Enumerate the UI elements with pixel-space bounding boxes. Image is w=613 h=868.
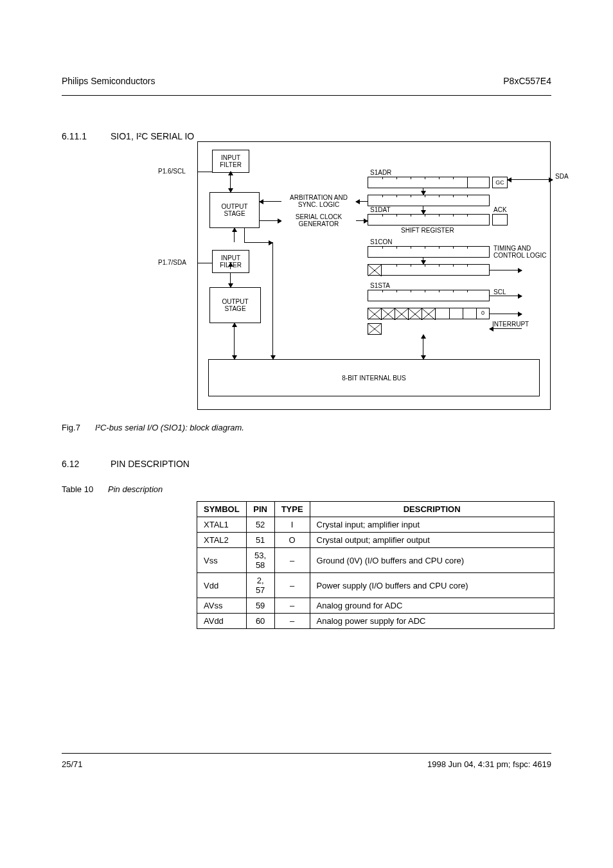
cell-type: –	[274, 573, 310, 598]
header-rule	[62, 95, 551, 96]
table-row: AVss 59 – Analog ground for ADC	[197, 598, 555, 614]
wire	[260, 220, 281, 221]
table-row: AVdd 60 – Analog power supply for ADC	[197, 614, 555, 629]
cell-pin: 59	[246, 598, 274, 614]
wire	[423, 335, 423, 359]
wire	[490, 296, 522, 296]
cell-desc: Analog power supply for ADC	[310, 614, 554, 629]
reg-s1dat	[368, 214, 490, 226]
section-title: SIO1, I²C SERIAL IO	[111, 131, 194, 141]
pins-section-title: PIN DESCRIPTION	[111, 459, 190, 469]
wire-sda	[508, 179, 553, 180]
cell-type: –	[274, 598, 310, 614]
reg-ack	[492, 214, 508, 226]
reg-control	[368, 264, 490, 276]
table-row: XTAL2 51 O Crystal output; amplifier out…	[197, 533, 555, 548]
cell-symbol: Vss	[197, 548, 247, 573]
cell-pin: 2, 57	[246, 573, 274, 598]
reg-name-s1dat: S1DAT	[370, 206, 391, 213]
cell-desc: Crystal input; amplifier input	[310, 517, 554, 533]
wire	[244, 242, 272, 243]
wire	[230, 173, 231, 192]
block-internal-bus: 8-BIT INTERNAL BUS	[208, 359, 540, 396]
wire	[260, 201, 281, 202]
block-input-filter-2: INPUT FILTER	[212, 250, 249, 273]
wire	[272, 242, 273, 359]
reg-name-s1con: S1CON	[370, 238, 392, 245]
table-caption-title: Pin description	[108, 484, 163, 494]
cell-symbol: XTAL1	[197, 517, 247, 533]
reg-name-s1sta: S1STA	[370, 282, 390, 289]
footer-page: 25/71	[62, 759, 83, 769]
figure-caption-title: I²C-bus serial I/O (SIO1): block diagram…	[95, 423, 244, 432]
wire	[234, 337, 235, 359]
reg-name-s1adr: S1ADR	[370, 169, 391, 176]
cell-symbol: AVdd	[197, 614, 247, 629]
footer-date: 1998 Jun 04, 4:31 pm; fspc: 4619	[427, 759, 551, 769]
wire	[423, 206, 423, 214]
label-ack: ACK	[493, 206, 507, 213]
col-symbol: SYMBOL	[197, 502, 247, 517]
wire	[490, 314, 522, 314]
reg-s1adr	[368, 177, 490, 188]
table-row: Vdd 2, 57 – Power supply (I/O buffers an…	[197, 573, 555, 598]
wire	[230, 263, 231, 269]
label-shift-register: SHIFT REGISTER	[401, 227, 454, 234]
cell-type: I	[274, 517, 310, 533]
cell-pin: 60	[246, 614, 274, 629]
wire	[356, 220, 368, 221]
col-description: DESCRIPTION	[310, 502, 554, 517]
label-arbitration: ARBITRATION AND SYNC. LOGIC	[281, 195, 356, 208]
label-scl-pin: P1.6/SCL	[158, 168, 186, 175]
block-output-stage-2: OUTPUT STAGE	[209, 287, 261, 323]
col-pin: PIN	[246, 502, 274, 517]
header-vendor: Philips Semiconductors	[62, 76, 155, 86]
figure-caption-number: Fig.7	[62, 423, 80, 432]
label-sda-pin: P1.7/SDA	[158, 259, 186, 266]
section-number: 6.11.1	[62, 131, 87, 141]
cell-desc: Ground (0V) (I/O buffers and CPU core)	[310, 548, 554, 573]
wire	[423, 188, 423, 195]
reg-status-extra	[368, 323, 382, 335]
label-clockgen: SERIAL CLOCK GENERATOR	[281, 214, 356, 227]
reg-s1sta-bits	[368, 290, 490, 301]
cell-desc: Crystal output; amplifier output	[310, 533, 554, 548]
pins-section-number: 6.12	[62, 459, 79, 469]
label-scl-out: SCL	[493, 288, 506, 296]
col-type: TYPE	[274, 502, 310, 517]
label-sda-out: SDA	[555, 173, 569, 180]
reg-status: 0	[368, 308, 490, 319]
pin-table: SYMBOL PIN TYPE DESCRIPTION XTAL1 52 I C…	[197, 501, 555, 629]
reg-status-zero: 0	[476, 310, 490, 316]
cell-pin: 52	[246, 517, 274, 533]
wire	[423, 258, 423, 264]
page: Philips Semiconductors P8xC557E4 6.11.1 …	[0, 0, 613, 868]
table-row: XTAL1 52 I Crystal input; amplifier inpu…	[197, 517, 555, 533]
table-caption-number: Table 10	[62, 484, 93, 494]
cell-type: –	[274, 614, 310, 629]
label-timing: TIMING AND CONTROL LOGIC	[493, 245, 546, 259]
wire	[198, 263, 212, 263]
cell-symbol: AVss	[197, 598, 247, 614]
cell-type: –	[274, 548, 310, 573]
block-output-stage-1: OUTPUT STAGE	[209, 192, 260, 228]
cell-symbol: XTAL2	[197, 533, 247, 548]
wire	[234, 323, 235, 337]
wire	[230, 273, 231, 287]
wire	[490, 270, 522, 270]
reg-s1con	[368, 246, 490, 258]
cell-desc: Power supply (I/O buffers and CPU core)	[310, 573, 554, 598]
block-input-filter-1: INPUT FILTER	[212, 150, 249, 173]
cell-pin: 53, 58	[246, 548, 274, 573]
wire	[198, 172, 212, 172]
cell-type: O	[274, 533, 310, 548]
label-interrupt: INTERRUPT	[492, 321, 529, 328]
wire	[490, 328, 522, 329]
wire	[234, 228, 235, 242]
cell-symbol: Vdd	[197, 573, 247, 598]
table-header-row: SYMBOL PIN TYPE DESCRIPTION	[197, 502, 555, 517]
block-diagram: P1.6/SCL INPUT FILTER OUTPUT STAGE ARBIT…	[197, 141, 551, 410]
cell-pin: 51	[246, 533, 274, 548]
table-row: Vss 53, 58 – Ground (0V) (I/O buffers an…	[197, 548, 555, 573]
header-part: P8xC557E4	[503, 76, 551, 86]
